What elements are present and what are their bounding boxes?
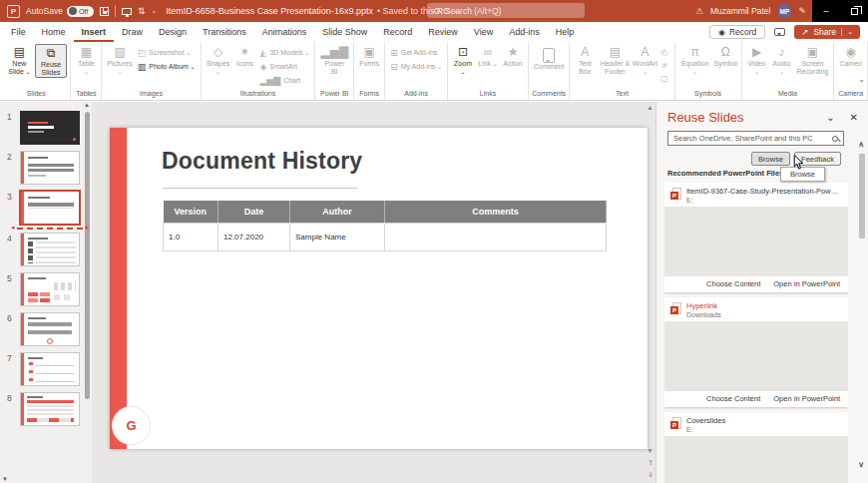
panel-search-icon[interactable] (832, 136, 838, 142)
customize-quick-access-toolbar-icon[interactable]: ⌄ (151, 7, 157, 15)
tab-review[interactable]: Review (420, 22, 466, 42)
tab-home[interactable]: Home (34, 22, 74, 42)
slide-preview[interactable] (664, 321, 848, 391)
thumbnails-scroll-down-icon[interactable]: ▼ (2, 476, 8, 482)
chart-button: ▂▅▇Chart (257, 75, 311, 87)
ribbon-group-label: Symbols (678, 88, 738, 100)
ribbon-group-label: Comments (532, 88, 566, 100)
slide-thumbnail-6[interactable] (20, 312, 80, 346)
slide-thumbnail-2[interactable] (20, 151, 80, 185)
document-title-text: ItemID-6658-Business Case Presentation-1… (166, 6, 373, 16)
avatar[interactable]: MP (777, 4, 791, 18)
slide-thumbnail-4[interactable] (20, 233, 80, 266)
cameo-icon: ◉ (845, 45, 855, 60)
dropdown-chevron-icon: ⌄ (84, 69, 89, 75)
slide-number: 4 (7, 233, 16, 266)
slide-preview[interactable] (664, 436, 848, 483)
cell-version[interactable]: 1.0 (164, 223, 218, 250)
updown-arrows-icon[interactable]: ⇅ (138, 6, 146, 16)
photo-album-button[interactable]: ▥Photo Album ⌄ (136, 61, 198, 73)
screenshot-button: ◰Screenshot ⌄ (136, 47, 198, 59)
zoom-icon: ⊡ (458, 45, 468, 60)
my-add-ins-button: ⊟My Add-ins ⌄ (388, 61, 444, 73)
toggle-switch: Off (67, 6, 94, 17)
tab-record[interactable]: Record (375, 22, 420, 42)
start-slideshow-icon[interactable] (122, 8, 132, 15)
next-slide-icon[interactable]: ⇓ (648, 471, 653, 479)
autosave-toggle[interactable]: AutoSave Off (26, 6, 94, 17)
ribbon-group-images: ▨Pictures ⌄◰Screenshot ⌄▥Photo Album ⌄Im… (102, 42, 201, 100)
chart-icon: ▂▅▇ (259, 76, 280, 86)
cell-comments[interactable] (385, 223, 607, 250)
panel-scroll-down-icon[interactable]: ∨ (858, 460, 864, 469)
collapse-ribbon-icon[interactable]: ⌄ (858, 75, 865, 84)
dropdown-chevron-icon: ⌄ (24, 69, 31, 75)
panel-title: Reuse Slides (667, 110, 826, 125)
slide-thumbnail-7[interactable] (20, 352, 80, 386)
cell-author[interactable]: Sample Name (290, 223, 385, 250)
close-panel-icon[interactable]: ✕ (850, 112, 858, 123)
comment-icon (543, 48, 555, 63)
new-slide-button[interactable]: ▤New Slide ⌄ (5, 44, 34, 76)
cell-date[interactable]: 12.07.2020 (218, 223, 290, 250)
panel-search-input[interactable]: Search OneDrive, SharePoint and this PC (667, 131, 844, 146)
open-in-powerpoint-link[interactable]: Open in PowerPoint (773, 279, 840, 288)
tab-design[interactable]: Design (151, 22, 195, 42)
tab-file[interactable]: File (3, 22, 34, 42)
object-button: ▢ (658, 73, 671, 84)
panel-options-icon[interactable]: ⌄ (826, 112, 834, 123)
choose-content-link[interactable]: Choose Content (706, 394, 760, 403)
dropdown-chevron-icon: ⌄ (118, 69, 123, 75)
record-button[interactable]: ◉ Record (709, 25, 765, 39)
ribbon-group-label: Slides (5, 88, 67, 100)
save-icon[interactable] (100, 7, 109, 16)
open-in-powerpoint-link[interactable]: Open in PowerPoint (773, 394, 840, 403)
restore-button[interactable] (840, 0, 868, 22)
powerpoint-window: P AutoSave Off ⇅ ⌄ ItemID-6658-Business … (0, 0, 868, 483)
slide-thumbnail-3[interactable] (20, 191, 80, 225)
action-icon: ★ (508, 45, 519, 60)
search-box[interactable]: Search (Alt+Q) (427, 3, 585, 18)
choose-content-link[interactable]: Choose Content (706, 279, 760, 288)
warning-icon[interactable]: ⚠ (695, 6, 703, 16)
tab-draw[interactable]: Draw (114, 22, 151, 42)
panel-scrollbar[interactable] (859, 154, 865, 239)
dropdown-chevron-icon: ⌄ (779, 69, 784, 75)
tab-slide-show[interactable]: Slide Show (314, 22, 375, 42)
slide-title[interactable]: Document History (162, 148, 362, 175)
tab-view[interactable]: View (466, 22, 501, 42)
document-history-table[interactable]: Version Date Author Comments 1.0 12.07.2… (163, 201, 607, 251)
tab-animations[interactable]: Animations (254, 22, 315, 42)
tab-add-ins[interactable]: Add-ins (501, 22, 548, 42)
previous-slide-icon[interactable]: ⇑ (648, 459, 653, 467)
thumbnails-scroll-up-icon[interactable]: ▲ (84, 102, 90, 108)
zoom-button[interactable]: ⊡Zoom ⌄ (451, 44, 475, 76)
dropdown-chevron-icon: ⌄ (216, 69, 220, 75)
slide-thumbnail-8[interactable] (20, 392, 80, 426)
tab-insert[interactable]: Insert (74, 22, 115, 42)
tab-help[interactable]: Help (548, 22, 583, 42)
header-footer-button: ▤Header & Footer (598, 44, 632, 76)
header-comments: Comments (385, 201, 607, 223)
reuse-slides-button[interactable]: ⧉Reuse Slides (35, 44, 68, 78)
minimize-button[interactable]: – (812, 0, 840, 22)
slide-preview[interactable] (664, 207, 848, 276)
user-name: Muzammil Patel (710, 6, 770, 16)
slide-canvas[interactable]: Document History Version Date Author Com… (110, 128, 648, 449)
pen-icon[interactable]: ✎ (798, 6, 806, 16)
panel-scroll-up-icon[interactable]: ∧ (858, 140, 864, 149)
slide-thumbnail-1[interactable] (20, 111, 80, 145)
thumbnails-scrollbar[interactable] (85, 112, 90, 399)
browse-button[interactable]: Browse (751, 152, 790, 166)
slide-thumbnail-5[interactable] (20, 272, 80, 306)
editor-scroll-down-icon[interactable]: ▼ (647, 447, 653, 454)
document-title[interactable]: ItemID-6658-Business Case Presentation-1… (166, 6, 459, 16)
autosave-state: Off (79, 8, 88, 15)
comments-icon[interactable] (774, 28, 785, 36)
share-dropdown-icon[interactable]: ⌄ (841, 28, 853, 36)
share-button[interactable]: ↗ Share ⌄ (794, 25, 860, 39)
tab-transitions[interactable]: Transitions (195, 22, 254, 42)
power-bi-button: ▂▅▇Power BI (318, 44, 350, 76)
video-button: ▶Video ⌄ (745, 44, 769, 76)
editor-scroll-up-icon[interactable]: ▲ (647, 104, 653, 111)
